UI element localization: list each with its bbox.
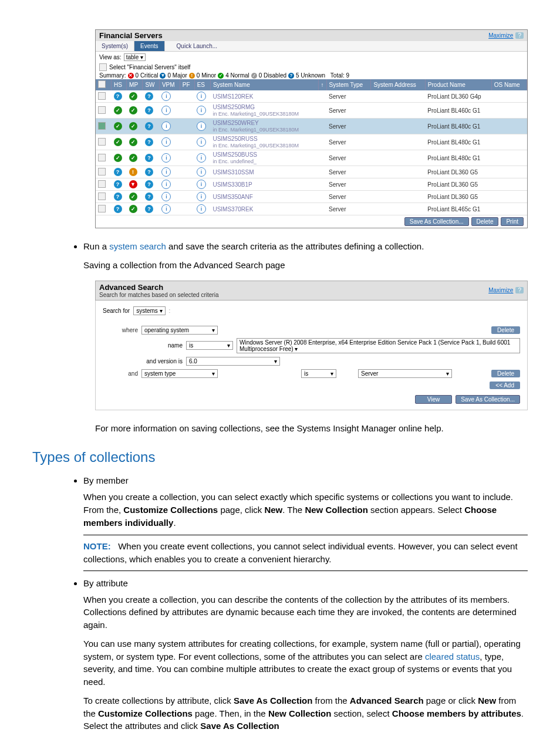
tab-events[interactable]: Events [134,41,165,51]
unknown-icon: ? [288,73,294,79]
maximize-link[interactable]: Maximize [488,287,513,293]
table-row[interactable]: ✓✓? ii USIMS250RUSSin Enc. Marketing1_09… [96,134,527,150]
quick-launch-link[interactable]: Quick Launch... [177,43,217,49]
version-value-dropdown[interactable]: 6.0▾ [186,357,280,366]
status-icon: ! [129,168,137,176]
system-name-link[interactable]: USIMS350ANF [212,194,252,200]
status-icon: i [197,106,206,115]
print-button[interactable]: Print [501,217,524,226]
row-checkbox[interactable] [98,193,106,200]
status-icon: i [161,192,171,201]
col-name[interactable]: System Name [210,79,318,90]
col-type[interactable]: System Type [326,79,371,90]
status-icon: i [197,92,206,101]
and-value-dropdown[interactable]: Server▾ [358,369,452,378]
add-criterion-button[interactable]: << Add [490,382,520,389]
status-icon: ? [114,92,122,100]
delete-criterion-button-2[interactable]: Delete [491,370,520,377]
name-label: name [141,342,183,349]
status-icon: ? [145,122,153,130]
table-row[interactable]: ?▼? ii USIMS330B1P ServerProLiant DL360 … [96,178,527,191]
row-checkbox[interactable] [98,106,106,114]
bullet-by-member: By member When you create a collection, … [83,474,528,571]
where-field-dropdown[interactable]: operating system▾ [141,326,218,335]
status-icon: ✓ [114,122,122,130]
row-checkbox[interactable] [98,154,106,161]
status-icon: ✓ [129,122,137,130]
status-icon: ✓ [129,193,137,201]
col-mp[interactable]: MP [127,79,143,90]
and-op-dropdown[interactable]: is▾ [301,369,336,378]
table-row[interactable]: ?!? ii USIMS310SSM ServerProLiant DL360 … [96,166,527,178]
delete-criterion-button[interactable]: Delete [491,326,520,334]
row-checkbox[interactable] [98,138,106,146]
system-search-link[interactable]: system search [109,241,166,251]
help-icon[interactable]: ? [515,32,524,39]
major-icon: ▼ [160,73,166,79]
system-name-link[interactable]: USIMS370REK [212,206,253,212]
table-row[interactable]: ✓✓? ii USIMS250BUSSin Enc. undefined_ Se… [96,150,527,166]
table-row[interactable]: ?✓? ii USIMS350ANF ServerProLiant DL360 … [96,191,527,203]
status-icon: ? [145,106,153,114]
status-icon: i [197,121,206,131]
system-name-link[interactable]: USIMS250BUSS [212,151,257,158]
status-icon: ? [145,205,153,213]
tab-systems[interactable]: System(s) [96,41,134,51]
table-row[interactable]: ✓✓? ii USIMS250WREYin Enc. Marketing1_09… [96,119,527,134]
delete-button[interactable]: Delete [471,217,499,226]
system-name-link[interactable]: USIMS120REK [212,93,253,100]
status-icon: i [197,192,206,201]
system-name-link[interactable]: USIMS330B1P [212,181,252,188]
search-for-dropdown[interactable]: systems ▾ [133,306,165,315]
view-button[interactable]: View [415,395,453,404]
col-addr[interactable]: System Address [371,79,425,90]
col-vpm[interactable]: VPM [159,79,180,90]
status-icon: i [161,153,171,163]
status-icon: i [161,92,171,101]
system-name-link[interactable]: USIMS310SSM [212,169,254,175]
view-as-label: View as: [99,54,122,60]
save-as-collection-button[interactable]: Save As Collection... [456,395,520,404]
col-pf[interactable]: PF [180,79,194,90]
and-field-dropdown[interactable]: system type▾ [141,369,218,378]
row-checkbox[interactable] [98,92,106,100]
and-label: and [103,370,138,377]
save-as-collection-button[interactable]: Save As Collection... [404,217,469,226]
select-itself-label: Select "Financial Servers" itself [109,64,190,70]
bullet-system-search: Run a system search and save the search … [83,240,528,272]
col-sort[interactable]: ↑ [318,79,326,90]
servers-table: HS MP SW VPM PF ES System Name ↑ System … [96,79,527,215]
status-icon: ✓ [114,154,122,162]
status-icon: i [197,180,206,189]
status-icon: i [197,204,206,214]
row-checkbox[interactable] [98,180,106,188]
row-checkbox[interactable] [98,205,106,212]
table-row[interactable]: ✓✓? ii USIMS250RMGin Enc. Marketing1_09U… [96,103,527,119]
select-itself-checkbox[interactable] [99,63,107,71]
status-icon: ? [145,180,153,188]
col-check[interactable] [96,79,112,90]
view-as-dropdown[interactable]: table ▾ [124,53,146,61]
system-name-link[interactable]: USIMS250RMG [212,104,255,110]
status-icon: ? [114,168,122,176]
para-more-info: For more information on saving collectio… [95,422,528,435]
status-icon: i [197,137,206,147]
col-hs[interactable]: HS [112,79,127,90]
status-icon: ? [145,193,153,201]
cleared-status-link[interactable]: cleared status [425,652,480,661]
row-checkbox[interactable] [98,122,106,130]
system-name-link[interactable]: USIMS250WREY [212,120,258,126]
col-product[interactable]: Product Name [425,79,491,90]
name-op-dropdown[interactable]: is▾ [186,341,233,350]
row-checkbox[interactable] [98,168,106,175]
col-es[interactable]: ES [194,79,210,90]
maximize-link[interactable]: Maximize [488,32,513,39]
system-name-link[interactable]: USIMS250RUSS [212,136,257,142]
col-os[interactable]: OS Name [491,79,527,90]
name-value-dropdown[interactable]: Windows Server (R) 2008 Enterprise, x64 … [237,338,520,353]
status-icon: i [161,137,171,147]
table-row[interactable]: ?✓? ii USIMS120REK ServerProLiant DL360 … [96,90,527,103]
table-row[interactable]: ?✓? ii USIMS370REK ServerProLiant BL465c… [96,203,527,215]
help-icon[interactable]: ? [515,287,524,293]
col-sw[interactable]: SW [143,79,160,90]
